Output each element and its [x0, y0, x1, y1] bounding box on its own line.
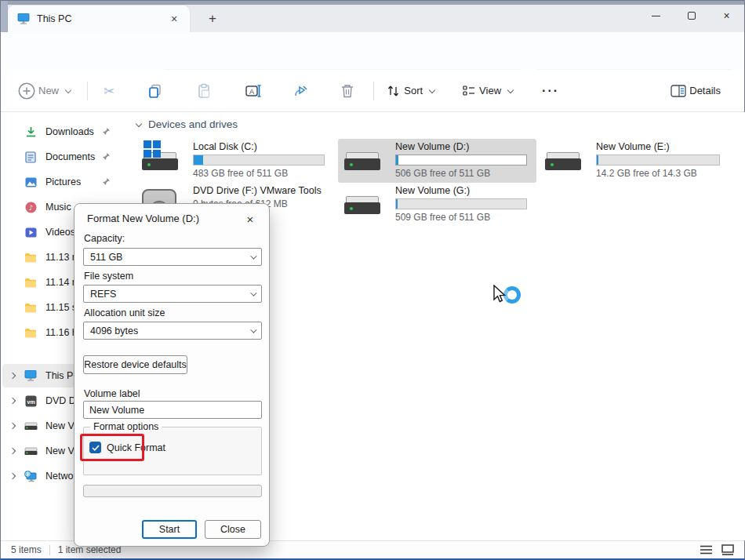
ellipsis-icon: ··· [542, 84, 559, 98]
sidebar-item-pictures[interactable]: Pictures [2, 170, 118, 194]
close-button[interactable]: Close [205, 520, 261, 539]
rename-icon: A [245, 83, 262, 99]
trash-icon [340, 83, 354, 99]
hard-drive-icon [142, 145, 178, 173]
minimize-icon [652, 16, 660, 16]
pin-icon [102, 176, 111, 188]
drive-tile-new-volume-d[interactable]: New Volume (D:) 506 GB free of 511 GB [338, 139, 536, 183]
close-tab-icon[interactable]: × [166, 11, 182, 27]
copy-icon [147, 83, 163, 99]
share-button[interactable] [287, 77, 315, 105]
folder-icon [23, 249, 38, 265]
file-system-dropdown[interactable]: REFS [83, 285, 262, 303]
view-button-label: View [479, 85, 501, 96]
copy-button[interactable] [141, 77, 169, 105]
details-pane-icon [670, 85, 686, 97]
sidebar-item-documents[interactable]: Documents [2, 145, 118, 169]
drive-tile-new-volume-g[interactable]: New Volume (G:) 509 GB free of 511 GB [338, 183, 536, 227]
file-system-label: File system [84, 271, 133, 282]
drive-icon [23, 443, 38, 459]
list-view-button[interactable] [697, 543, 714, 557]
volume-label-input[interactable] [83, 401, 262, 419]
maximize-button[interactable] [674, 1, 709, 31]
cut-icon: ✂ [104, 83, 114, 99]
music-icon: ♪ [23, 199, 38, 215]
drive-icon [23, 418, 38, 434]
collapse-chevron-icon[interactable] [136, 120, 142, 126]
allocation-label: Allocation unit size [84, 307, 165, 318]
plus-circle-icon [18, 82, 35, 100]
pin-icon [102, 126, 111, 138]
close-icon: × [723, 9, 729, 22]
tab-strip: This PC × + × [1, 1, 744, 32]
titlebar-left-band [1, 1, 8, 32]
paste-button[interactable] [190, 77, 218, 105]
toolbar-separator [373, 82, 374, 100]
paste-icon [196, 83, 212, 99]
group-header-devices-and-drives[interactable]: Devices and drives [133, 118, 238, 130]
folder-icon [23, 275, 38, 290]
this-pc-icon [17, 13, 30, 24]
svg-text:♪: ♪ [28, 203, 33, 211]
capacity-bar [596, 155, 720, 165]
this-pc-icon [23, 368, 38, 384]
annotation-quick-format-highlight [80, 434, 144, 461]
new-tab-button[interactable]: + [203, 9, 222, 28]
new-button-label: New [38, 85, 59, 96]
capacity-label: Capacity: [84, 233, 125, 244]
pictures-icon [23, 174, 38, 190]
documents-icon [23, 149, 38, 165]
chevron-down-icon [65, 86, 71, 93]
maximize-icon [688, 12, 696, 20]
expand-chevron-icon[interactable] [9, 473, 16, 479]
expand-chevron-icon[interactable] [9, 398, 16, 404]
capacity-dropdown[interactable]: 511 GB [83, 248, 262, 266]
close-window-button[interactable]: × [709, 1, 744, 31]
mouse-cursor [493, 285, 507, 304]
chevron-down-icon [429, 86, 435, 93]
folder-icon [23, 325, 38, 340]
allocation-dropdown[interactable]: 4096 bytes [83, 322, 262, 340]
chevron-down-icon [250, 253, 256, 259]
sort-button[interactable]: Sort [380, 77, 445, 105]
network-icon [23, 468, 38, 484]
drive-tile-new-volume-e[interactable]: New Volume (E:) 14.2 GB free of 14.3 GB [539, 139, 733, 183]
share-icon [293, 83, 309, 99]
drive-tile-local-disk-c[interactable]: Local Disk (C:) 483 GB free of 511 GB [136, 139, 334, 183]
large-icons-view-button[interactable] [719, 543, 736, 557]
file-explorer-window: This PC × + × ← → ↑ ↻ This PC New [0, 0, 745, 560]
cut-button[interactable]: ✂ [97, 77, 121, 105]
hard-drive-icon [545, 145, 581, 173]
vmware-disc-icon: vm [23, 393, 38, 409]
restore-defaults-button[interactable]: Restore device defaults [83, 355, 187, 374]
start-button[interactable]: Start [142, 520, 197, 539]
sidebar-item-downloads[interactable]: Downloads [2, 120, 118, 144]
downloads-icon [23, 124, 38, 140]
items-count: 5 items [11, 544, 42, 555]
tab-this-pc[interactable]: This PC × [8, 5, 190, 32]
details-button-label: Details [689, 85, 721, 96]
capacity-bar [395, 155, 527, 165]
more-options-button[interactable]: ··· [536, 77, 565, 105]
expand-chevron-icon[interactable] [9, 423, 16, 429]
format-dialog: Format New Volume (D:) × Capacity: 511 G… [74, 203, 270, 547]
hard-drive-icon [344, 189, 380, 217]
details-pane-button[interactable]: Details [664, 77, 730, 105]
view-button[interactable]: View [456, 77, 523, 105]
delete-button[interactable] [334, 77, 361, 105]
expand-chevron-icon[interactable] [9, 373, 16, 379]
new-button[interactable]: New [12, 77, 81, 105]
navigation-bar: ← → ↑ ↻ This PC [1, 32, 744, 70]
capacity-bar [395, 198, 527, 209]
videos-icon [23, 224, 38, 240]
status-separator [49, 545, 50, 555]
expand-chevron-icon[interactable] [9, 448, 16, 454]
folder-icon [23, 300, 38, 315]
minimize-button[interactable] [638, 1, 674, 31]
volume-label-caption: Volume label [84, 388, 140, 399]
dialog-close-button[interactable]: × [241, 209, 260, 228]
rename-button[interactable]: A [238, 77, 268, 105]
hard-drive-icon [344, 145, 380, 173]
sort-button-label: Sort [404, 85, 423, 96]
command-toolbar: New ✂ A Sort View ··· [1, 70, 744, 112]
